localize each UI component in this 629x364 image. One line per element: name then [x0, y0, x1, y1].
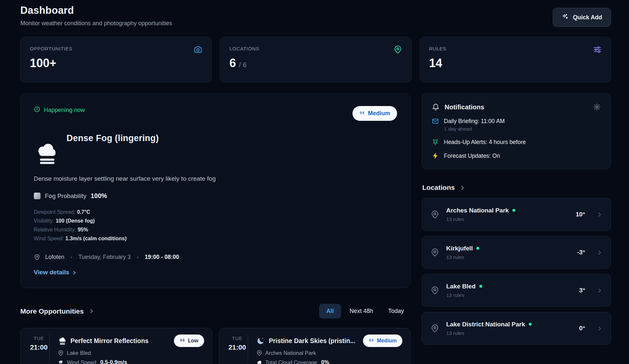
- locations-header-link[interactable]: Locations: [422, 184, 611, 191]
- severity-label: Medium: [377, 338, 397, 344]
- notifications-title: Notifications: [445, 103, 588, 111]
- filter-tabs: All Next 48h Today: [319, 304, 410, 318]
- quick-add-label: Quick Add: [573, 14, 602, 21]
- location-rules: 13 rules: [446, 330, 572, 336]
- location-temp: -3°: [577, 249, 585, 256]
- notification-heads-up: Heads-Up Alerts: 4 hours before: [432, 138, 601, 146]
- signal-icon: [359, 110, 365, 117]
- clock-icon: [34, 106, 40, 114]
- severity-label: Medium: [368, 110, 390, 117]
- condition-details: Dewpoint Spread:0.7°C Visibility:100 (De…: [34, 208, 397, 243]
- stat-label: LOCATIONS: [229, 46, 402, 51]
- map-pin-icon: [393, 45, 402, 54]
- opportunity-hour: 21:00: [227, 343, 248, 351]
- happening-now-card: Happening now Medium Dense Fog (lingerin…: [20, 93, 410, 288]
- signal-icon: [369, 337, 374, 344]
- active-dot: [512, 209, 515, 212]
- location-temp: 0°: [579, 325, 585, 332]
- opportunity-metric: Wind Speed 0.5-0.9m/s: [58, 359, 204, 364]
- bell-ring-icon: [432, 138, 439, 146]
- topbar: Dashboard Monitor weather conditions and…: [20, 5, 611, 27]
- view-details-link[interactable]: View details: [34, 269, 77, 276]
- zap-icon: [432, 152, 439, 159]
- pin-icon: [430, 248, 439, 257]
- stat-card-opportunities: OPPORTUNITIES 100+: [20, 37, 212, 82]
- pin-icon: [34, 254, 40, 261]
- opportunity-title: Dense Fog (lingering): [67, 133, 159, 166]
- severity-badge: Low: [174, 335, 204, 347]
- opportunity-location: Lake Bled: [58, 350, 204, 356]
- meta-date: Tuesday, February 3: [78, 254, 131, 261]
- cloud-icon: [256, 359, 262, 364]
- location-name: Lake Bled: [446, 283, 476, 290]
- fog-cloud-icon: [34, 141, 59, 166]
- fog-icon: [34, 192, 41, 199]
- stat-value: 100+: [30, 56, 56, 70]
- location-row-lake-bled[interactable]: Lake Bled 13 rules 3°: [422, 274, 611, 307]
- opportunity-card[interactable]: TUE 21:00 Pristine Dark Skies (pristin..…: [219, 328, 411, 364]
- location-rules: 13 rules: [446, 292, 572, 298]
- location-temp: 3°: [579, 287, 585, 294]
- sparkles-icon: [562, 13, 569, 22]
- dashboard-page: Dashboard Monitor weather conditions and…: [0, 0, 629, 364]
- view-details-label: View details: [34, 269, 69, 276]
- moon-stars-icon: [256, 337, 265, 345]
- location-row-arches[interactable]: Arches National Park 13 rules 10°: [422, 198, 611, 231]
- chevron-right-icon: [597, 325, 603, 332]
- tab-all[interactable]: All: [319, 304, 341, 318]
- meta-location: Lofoten: [45, 254, 64, 261]
- opportunity-time-block: TUE 21:00: [29, 334, 49, 363]
- severity-label: Low: [188, 338, 199, 344]
- stat-label: RULES: [429, 46, 601, 51]
- active-dot: [476, 247, 479, 250]
- location-row-kirkjufell[interactable]: Kirkjufell 13 rules -3°: [422, 236, 611, 269]
- locations-title: Locations: [422, 184, 455, 191]
- pin-icon: [58, 350, 64, 356]
- chevron-right-icon: [597, 211, 603, 218]
- location-rules: 13 rules: [446, 254, 570, 260]
- opportunity-title: Pristine Dark Skies (pristin...: [269, 337, 359, 345]
- detail-visibility: Visibility:100 (Dense fog): [34, 216, 397, 225]
- location-name: Arches National Park: [446, 207, 509, 214]
- detail-dewpoint: Dewpoint Spread:0.7°C: [34, 208, 397, 216]
- happening-now-status: Happening now: [34, 106, 85, 114]
- detail-humidity: Relative Humidity:95%: [34, 225, 397, 234]
- severity-badge: Medium: [363, 335, 402, 347]
- gear-icon[interactable]: [593, 103, 601, 111]
- pin-icon: [430, 324, 439, 333]
- quick-add-button[interactable]: Quick Add: [553, 8, 611, 27]
- tab-next-48h[interactable]: Next 48h: [343, 304, 380, 318]
- location-row-lake-district[interactable]: Lake District National Park 13 rules 0°: [422, 312, 611, 345]
- metric-value: 100%: [91, 192, 107, 200]
- camera-icon: [194, 45, 202, 54]
- stat-card-locations: LOCATIONS 6 / 6: [220, 37, 411, 82]
- severity-badge: Medium: [353, 106, 397, 121]
- metric-label: Fog Probability: [45, 192, 86, 200]
- opportunity-card[interactable]: TUE 21:00 Perfect Mirror Reflections: [20, 328, 212, 364]
- chevron-right-icon: [597, 249, 603, 256]
- location-temp: 10°: [576, 211, 585, 218]
- notification-subtext: 1 day ahead: [444, 126, 601, 132]
- opportunity-hour: 21:00: [29, 343, 49, 351]
- active-dot: [479, 285, 482, 288]
- opportunity-day: TUE: [227, 336, 248, 341]
- pin-icon: [256, 350, 262, 356]
- dot-separator: •: [69, 255, 73, 260]
- page-subtitle: Monitor weather conditions and photograp…: [20, 20, 172, 27]
- location-name: Kirkjufell: [446, 245, 473, 252]
- chevron-right-icon: [597, 287, 603, 294]
- more-opportunities-link[interactable]: More Opportunities: [20, 307, 95, 315]
- stat-label: OPPORTUNITIES: [30, 46, 202, 51]
- chevron-right-icon: [88, 308, 95, 314]
- location-name: Lake District National Park: [446, 321, 525, 328]
- more-opportunities-title: More Opportunities: [20, 307, 84, 315]
- tab-today[interactable]: Today: [382, 304, 410, 318]
- active-dot: [529, 323, 532, 326]
- page-title: Dashboard: [20, 5, 172, 16]
- dot-separator: •: [136, 255, 140, 260]
- opportunity-meta: Lofoten • Tuesday, February 3 • 19:00 - …: [34, 254, 397, 261]
- notification-forecast-updates: Forecast Updates: On: [432, 152, 601, 159]
- opportunity-time-block: TUE 21:00: [227, 334, 248, 363]
- notifications-card: Notifications Daily Briefing: 11:00 AM 1…: [422, 93, 611, 169]
- sliders-icon: [593, 45, 602, 54]
